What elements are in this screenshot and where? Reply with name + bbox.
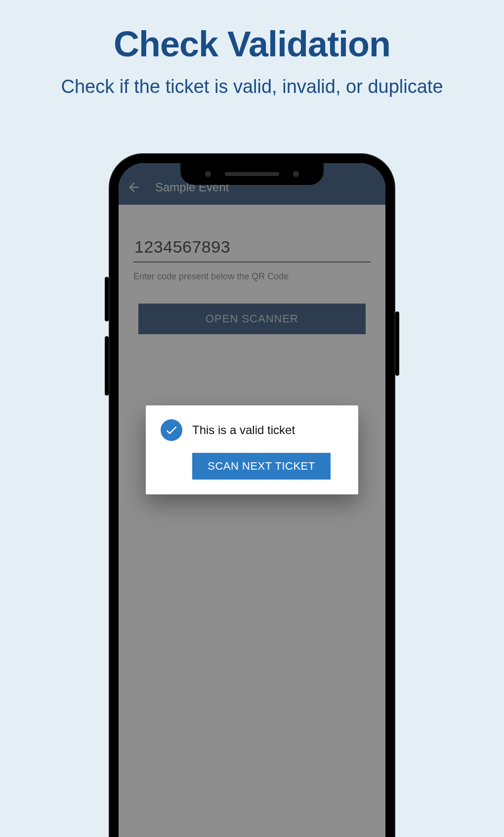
front-sensor-icon [205, 171, 211, 177]
phone-screen: Sample Event Enter code present below th… [119, 163, 385, 837]
phone-volume-up [105, 277, 109, 321]
phone-power-button [395, 311, 399, 376]
page-subtitle: Check if the ticket is valid, invalid, o… [0, 74, 504, 99]
page-title: Check Validation [0, 24, 504, 64]
valid-check-icon [161, 419, 182, 441]
front-camera-icon [293, 171, 299, 177]
phone-speaker [225, 172, 279, 176]
phone-volume-down [105, 336, 109, 396]
check-icon [165, 423, 178, 437]
phone-mockup: Sample Event Enter code present below th… [109, 153, 395, 837]
phone-notch [180, 163, 324, 185]
phone-frame: Sample Event Enter code present below th… [109, 153, 395, 837]
validation-dialog: This is a valid ticket SCAN NEXT TICKET [146, 405, 358, 494]
scan-next-ticket-button[interactable]: SCAN NEXT TICKET [192, 453, 331, 480]
dialog-message: This is a valid ticket [192, 423, 295, 437]
modal-backdrop[interactable] [119, 163, 385, 837]
